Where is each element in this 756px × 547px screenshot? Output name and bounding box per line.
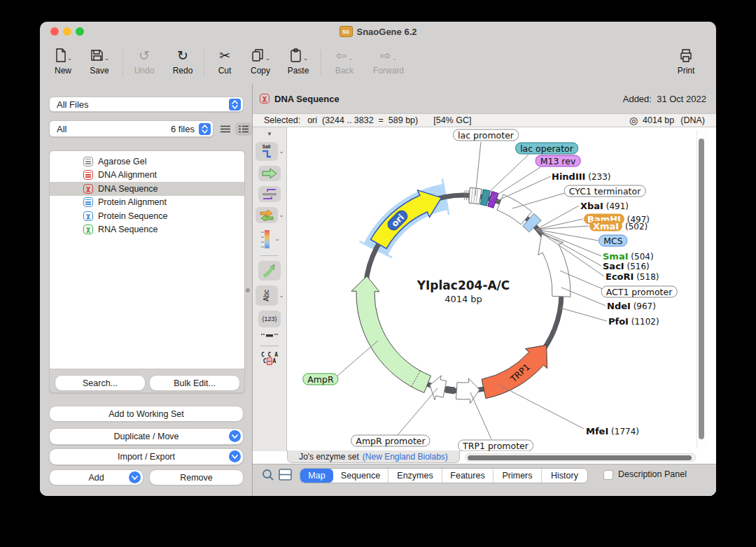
redo-button[interactable]: ↻ Redo — [164, 46, 201, 76]
collection-select[interactable]: All Files — [49, 97, 244, 112]
tab-features[interactable]: Features — [442, 469, 493, 483]
selected-label: Selected: — [264, 115, 300, 125]
label-act1-promoter[interactable]: ACT1 promoter — [601, 286, 678, 298]
tab-sequence[interactable]: Sequence — [333, 469, 388, 483]
file-row-protein-alignment[interactable]: Protein Alignment — [50, 196, 244, 210]
tab-primers[interactable]: Primers — [493, 469, 542, 483]
primers-icon — [261, 188, 278, 200]
tab-map[interactable]: Map — [300, 469, 333, 483]
file-row-dna-alignment[interactable]: DNA Alignment — [50, 169, 244, 183]
enzyme-set-source-link[interactable]: (New England Biolabs) — [363, 452, 448, 462]
file-name: Agarose Gel — [98, 157, 146, 166]
print-icon — [678, 48, 694, 63]
undo-button[interactable]: ↺ Undo — [126, 46, 162, 76]
quotes-bar-icon[interactable] — [260, 332, 279, 339]
filter-select[interactable]: All 6 files — [49, 120, 214, 137]
tab-enzymes[interactable]: Enzymes — [388, 469, 442, 483]
features-display-button[interactable] — [258, 166, 281, 181]
main-panel: χ DNA Sequence Added: 31 Oct 2022 Select… — [253, 84, 716, 496]
horizontal-scrollbar-thumb[interactable] — [468, 455, 692, 460]
redo-icon: ↻ — [177, 48, 188, 63]
cut-button[interactable]: ✂ Cut — [206, 46, 243, 76]
file-name: DNA Sequence — [98, 184, 158, 194]
new-button[interactable]: ⌄ New — [45, 46, 81, 76]
label-m13-rev[interactable]: M13 rev — [536, 155, 581, 167]
label-ndei[interactable]: NdeI (967) — [607, 301, 656, 311]
new-document-icon — [54, 48, 66, 63]
act1-promoter-feature[interactable] — [538, 234, 570, 297]
save-button[interactable]: ⌄ Save — [81, 46, 118, 76]
file-row-agarose-gel[interactable]: Agarose Gel — [50, 155, 244, 169]
plasmid-map-canvas[interactable]: lac promoterlac operatorM13 revHindIII (… — [287, 127, 696, 451]
back-button[interactable]: ⇦⌄ Back — [326, 46, 363, 76]
copy-button[interactable]: ⌄ Copy — [242, 46, 279, 76]
dna-sequence-icon: χ — [83, 184, 93, 194]
stepper-icon — [229, 99, 241, 111]
sequence-type: (DNA) — [680, 115, 705, 125]
translation-display-button[interactable] — [258, 261, 281, 280]
plasmid-circle-icon: ◎ — [629, 115, 638, 126]
grouped-list-view-button[interactable] — [235, 122, 252, 136]
label-xbai[interactable]: XbaI (491) — [580, 201, 629, 211]
protein-alignment-icon — [83, 197, 93, 207]
file-row-protein-sequence[interactable]: χProtein Sequence — [50, 209, 244, 223]
label-lac-operator[interactable]: lac operator — [515, 143, 578, 155]
print-button[interactable]: Print — [668, 46, 704, 76]
label-hindiii[interactable]: HindIII (233) — [552, 171, 611, 182]
orfs-display-button[interactable]: ⌄ — [255, 207, 284, 223]
selection-status-bar: Selected: ori (3244 .. 3832 = 589 bp) [5… — [253, 113, 716, 127]
list-view-button[interactable] — [217, 122, 234, 136]
numbering-display-button[interactable]: (123) — [258, 311, 281, 327]
label-ampr[interactable]: AmpR — [302, 374, 338, 385]
description-panel-checkbox[interactable] — [603, 470, 613, 480]
label-ecori[interactable]: EcoRI (518) — [606, 271, 659, 282]
dna-alignment-icon — [83, 170, 93, 180]
gc-content-display-button[interactable]: ⌄ — [260, 228, 280, 249]
search-zoom-icon[interactable] — [262, 469, 274, 481]
ampr-promoter-feature[interactable] — [430, 376, 447, 400]
label-ampr-promoter[interactable]: AmpR promoter — [351, 435, 430, 447]
split-view-icon[interactable] — [279, 469, 292, 481]
label-pfoi[interactable]: PfoI (1102) — [608, 316, 659, 327]
label-cyc1-terminator[interactable]: CYC1 terminator — [564, 185, 646, 197]
file-row-rna-sequence[interactable]: χRNA Sequence — [50, 223, 244, 237]
file-name: Protein Sequence — [98, 211, 167, 221]
chevron-down-icon — [129, 471, 141, 483]
add-button[interactable]: Add — [49, 469, 144, 485]
undo-icon: ↺ — [139, 48, 150, 63]
enzymes-display-button[interactable]: SalI ⌄ — [255, 142, 284, 161]
enzyme-set-tab[interactable]: Jo's enzyme set (New England Biolabs) — [287, 450, 460, 463]
label-smai[interactable]: SmaI (504) — [603, 251, 654, 262]
vertical-scrollbar-thumb[interactable] — [699, 138, 704, 439]
file-name: RNA Sequence — [98, 225, 158, 234]
forward-button[interactable]: ⇨⌄ Forward — [370, 46, 407, 76]
trp1-promoter-feature[interactable] — [456, 378, 479, 404]
file-row-dna-sequence[interactable]: χDNA Sequence — [50, 182, 244, 196]
labels-display-button[interactable]: Abc⌄ — [255, 285, 284, 306]
forward-icon: ⇨ — [380, 48, 391, 63]
duplicate-move-button[interactable]: Duplicate / Move — [49, 428, 244, 445]
panel-splitter-handle[interactable] — [246, 288, 250, 292]
label-lac-promoter[interactable]: lac promoter — [453, 129, 519, 141]
label-trp1-promoter[interactable]: TRP1 promoter — [458, 440, 533, 452]
label-mcs[interactable]: MCS — [598, 235, 627, 247]
document-header: χ DNA Sequence Added: 31 Oct 2022 — [253, 84, 716, 113]
primers-display-button[interactable] — [258, 186, 281, 202]
remove-button[interactable]: Remove — [149, 469, 244, 485]
enzyme-set-name: Jo's enzyme set — [299, 452, 359, 462]
strip-scroll-icon[interactable]: ▼ — [267, 131, 272, 137]
paste-button[interactable]: ⌄ Paste — [280, 46, 316, 76]
label-saci[interactable]: SacI (516) — [603, 261, 650, 271]
bulk-edit-button[interactable]: Bulk Edit... — [149, 375, 240, 391]
vertical-scrollbar[interactable] — [696, 130, 706, 448]
import-export-button[interactable]: Import / Export — [49, 448, 244, 465]
ampr-feature[interactable] — [351, 276, 431, 393]
chevron-down-icon — [229, 450, 241, 462]
alignment-mismatch-icon[interactable]: C C A C–A — [261, 352, 278, 364]
add-to-working-set-button[interactable]: Add to Working Set — [49, 406, 244, 422]
tab-history[interactable]: History — [542, 469, 587, 483]
label-mfei[interactable]: MfeI (1774) — [586, 426, 639, 436]
label-xmai[interactable]: XmaI (502) — [589, 221, 648, 232]
horizontal-scrollbar[interactable] — [465, 453, 696, 462]
search-button[interactable]: Search... — [55, 375, 146, 391]
